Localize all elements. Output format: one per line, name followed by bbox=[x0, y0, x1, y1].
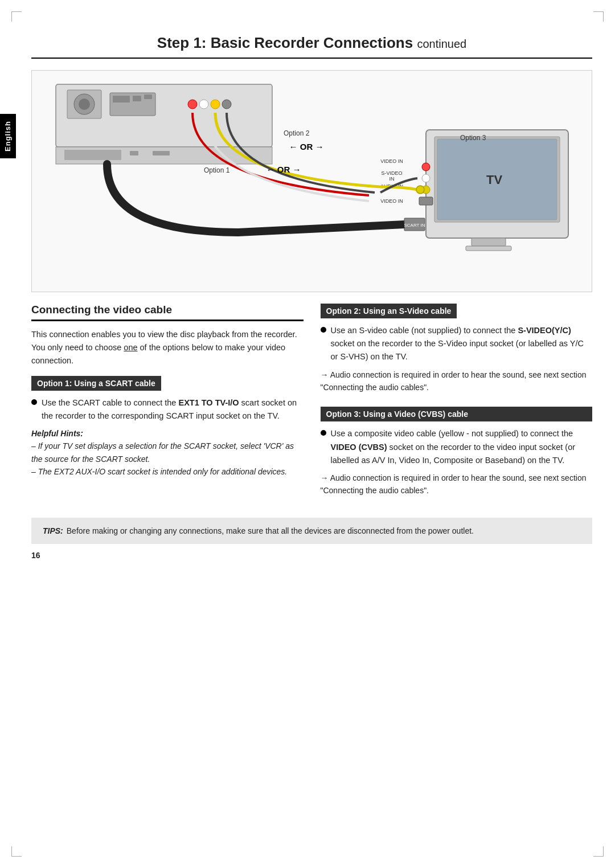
option3-text: Use a composite video cable (yellow - no… bbox=[331, 427, 593, 467]
hints-title: Helpful Hints: bbox=[31, 427, 304, 440]
svg-point-3 bbox=[79, 99, 90, 110]
svg-line-33 bbox=[238, 224, 404, 232]
svg-text:Option 2: Option 2 bbox=[284, 129, 310, 137]
svg-text:VIDEO IN: VIDEO IN bbox=[380, 158, 403, 164]
svg-rect-14 bbox=[130, 151, 138, 155]
option2-text: Use an S-video cable (not supplied) to c… bbox=[331, 324, 593, 364]
corner-mark-br bbox=[593, 846, 604, 857]
option2-bullet: Use an S-video cable (not supplied) to c… bbox=[321, 324, 593, 364]
page-wrapper: English Step 1: Basic Recorder Connectio… bbox=[0, 0, 615, 868]
svg-text:← OR →: ← OR → bbox=[266, 165, 301, 174]
helpful-hints: Helpful Hints: – If your TV set displays… bbox=[31, 427, 304, 478]
svg-text:VIDEO IN: VIDEO IN bbox=[380, 198, 403, 204]
svg-rect-25 bbox=[419, 197, 433, 205]
hint2: – The EXT2 AUX-I/O scart socket is inten… bbox=[31, 465, 304, 478]
bullet-dot-3 bbox=[321, 430, 326, 436]
svg-point-10 bbox=[211, 100, 220, 109]
corner-mark-bl bbox=[11, 846, 22, 857]
english-tab: English bbox=[0, 114, 16, 158]
two-col-layout: Connecting the video cable This connecti… bbox=[31, 304, 592, 501]
option3-box: Option 3: Using a Video (CVBS) cable bbox=[321, 407, 593, 421]
option2-box: Option 2: Using an S-Video cable bbox=[321, 304, 457, 318]
section-intro: This connection enables you to view the … bbox=[31, 328, 304, 368]
svg-rect-6 bbox=[133, 96, 141, 101]
corner-mark-tr bbox=[593, 11, 604, 22]
corner-mark-tl bbox=[11, 11, 22, 22]
section-heading: Connecting the video cable bbox=[31, 304, 304, 321]
right-column: Option 2: Using an S-Video cable Use an … bbox=[321, 304, 593, 501]
left-column: Connecting the video cable This connecti… bbox=[31, 304, 304, 501]
svg-point-9 bbox=[199, 100, 208, 109]
svg-rect-7 bbox=[144, 95, 152, 99]
svg-text:S-VIDEO: S-VIDEO bbox=[381, 170, 402, 176]
option1-bullet: Use the SCART cable to connect the EXT1 … bbox=[31, 396, 304, 423]
bullet-dot-2 bbox=[321, 327, 326, 333]
svg-rect-15 bbox=[153, 151, 170, 155]
option3-arrow-note: Audio connection is required in order to… bbox=[321, 472, 593, 497]
svg-point-8 bbox=[188, 100, 197, 109]
svg-text:Option 3: Option 3 bbox=[460, 134, 486, 142]
option2-arrow-note: Audio connection is required in order to… bbox=[321, 369, 593, 394]
option1-text: Use the SCART cable to connect the EXT1 … bbox=[42, 396, 304, 423]
svg-text:IN: IN bbox=[389, 176, 394, 182]
svg-rect-5 bbox=[113, 96, 130, 103]
svg-text:← OR →: ← OR → bbox=[289, 142, 323, 152]
bullet-dot-1 bbox=[31, 399, 37, 405]
tips-label: TIPS: bbox=[43, 525, 63, 537]
hint1: – If your TV set displays a selection fo… bbox=[31, 440, 304, 465]
svg-text:Option 1: Option 1 bbox=[204, 166, 230, 174]
page-number: 16 bbox=[31, 551, 592, 560]
tips-section: TIPS: Before making or changing any conn… bbox=[31, 518, 592, 544]
tips-text: Before making or changing any connection… bbox=[67, 525, 474, 537]
svg-rect-21 bbox=[466, 246, 511, 251]
svg-text:TV: TV bbox=[486, 173, 502, 187]
svg-point-34 bbox=[416, 186, 424, 194]
svg-point-23 bbox=[422, 174, 430, 182]
svg-point-11 bbox=[222, 100, 231, 109]
svg-rect-13 bbox=[64, 150, 121, 160]
main-content: Step 1: Basic Recorder Connections conti… bbox=[31, 23, 592, 560]
diagram-area: TV VIDEO IN S-VIDEO IN AUDIO IN VIDEO IN… bbox=[31, 70, 592, 292]
option3-bullet: Use a composite video cable (yellow - no… bbox=[321, 427, 593, 467]
page-title: Step 1: Basic Recorder Connections conti… bbox=[31, 34, 592, 59]
option1-box: Option 1: Using a SCART cable bbox=[31, 376, 161, 391]
diagram-svg: TV VIDEO IN S-VIDEO IN AUDIO IN VIDEO IN… bbox=[39, 73, 585, 289]
svg-text:SCART IN: SCART IN bbox=[404, 223, 425, 228]
svg-point-22 bbox=[422, 163, 430, 171]
svg-rect-20 bbox=[472, 238, 506, 246]
